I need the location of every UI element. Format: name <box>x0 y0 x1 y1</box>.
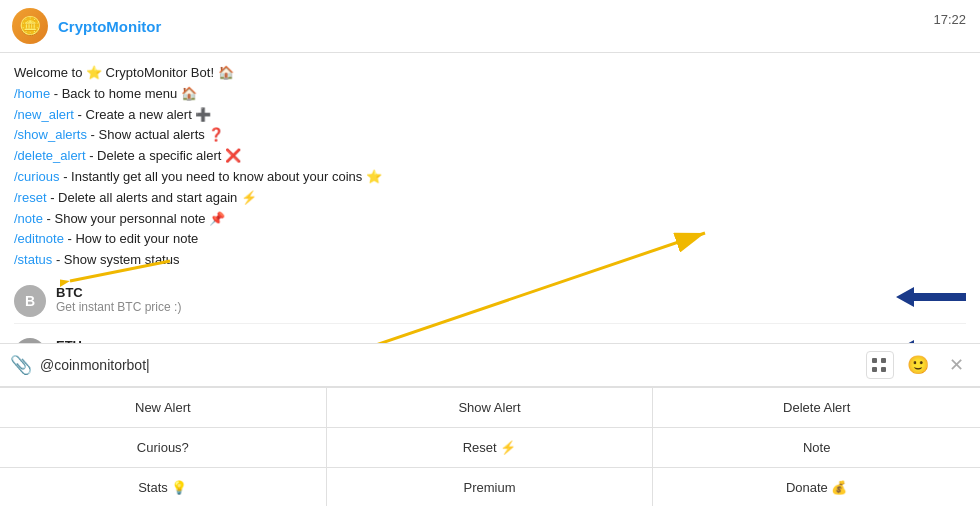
welcome-message: Welcome to ⭐ CryptoMonitor Bot! 🏠 /home … <box>14 63 966 271</box>
grid-dot-3 <box>872 367 877 372</box>
cmd-editnote-desc: - How to edit your note <box>64 231 198 246</box>
btc-desc: Get instant BTC price :) <box>56 300 888 314</box>
welcome-line1: Welcome to ⭐ CryptoMonitor Bot! 🏠 <box>14 65 234 80</box>
cmd-status-desc: - Show system status <box>52 252 179 267</box>
bot-name: CryptoMonitor <box>58 18 161 35</box>
cmd-new-alert-desc: - Create a new alert ➕ <box>74 107 211 122</box>
cmd-note-desc: - Show your personnal note 📌 <box>43 211 225 226</box>
message-input[interactable]: @coinmonitorbot| <box>40 357 866 373</box>
reset-button[interactable]: Reset ⚡ <box>327 428 654 468</box>
grid-dot-4 <box>881 367 886 372</box>
header-time: 17:22 <box>933 12 966 27</box>
cmd-delete-alert[interactable]: /delete_alert <box>14 148 86 163</box>
premium-button[interactable]: Premium <box>327 468 654 506</box>
donate-button[interactable]: Donate 💰 <box>653 468 980 506</box>
cmd-note[interactable]: /note <box>14 211 43 226</box>
cmd-status[interactable]: /status <box>14 252 52 267</box>
btc-arrow <box>896 285 966 309</box>
attach-icon[interactable]: 📎 <box>10 354 32 376</box>
btc-content: BTC Get instant BTC price :) <box>56 285 888 314</box>
btc-avatar: B <box>14 285 46 317</box>
button-grid: New Alert Show Alert Delete Alert Curiou… <box>0 387 980 506</box>
cmd-curious[interactable]: /curious <box>14 169 60 184</box>
cmd-home-desc: - Back to home menu 🏠 <box>50 86 197 101</box>
cmd-reset-desc: - Delete all alerts and start again ⚡ <box>47 190 257 205</box>
cmd-show-alerts[interactable]: /show_alerts <box>14 127 87 142</box>
cmd-home[interactable]: /home <box>14 86 50 101</box>
cmd-editnote[interactable]: /editnote <box>14 231 64 246</box>
grid-dot-2 <box>881 358 886 363</box>
show-alert-button[interactable]: Show Alert <box>327 388 654 428</box>
new-alert-button[interactable]: New Alert <box>0 388 327 428</box>
eth-avatar: E <box>14 338 46 343</box>
svg-marker-1 <box>896 340 966 343</box>
cmd-curious-desc: - Instantly get all you need to know abo… <box>60 169 382 184</box>
grid-dot-1 <box>872 358 877 363</box>
emoji-button[interactable]: 🙂 <box>904 351 932 379</box>
grid-button[interactable] <box>866 351 894 379</box>
input-area: 📎 @coinmonitorbot| 🙂 ✕ <box>0 343 980 387</box>
delete-alert-button[interactable]: Delete Alert <box>653 388 980 428</box>
note-button[interactable]: Note <box>653 428 980 468</box>
btc-name: BTC <box>56 285 888 300</box>
input-icons: 🙂 ✕ <box>866 351 970 379</box>
cmd-show-alerts-desc: - Show actual alerts ❓ <box>87 127 224 142</box>
eth-content: ETH Get instant ETH price :) <box>56 338 888 343</box>
chat-area: Welcome to ⭐ CryptoMonitor Bot! 🏠 /home … <box>0 53 980 343</box>
cmd-new-alert[interactable]: /new_alert <box>14 107 74 122</box>
close-button[interactable]: ✕ <box>942 351 970 379</box>
svg-marker-0 <box>896 287 966 307</box>
chat-header: 🪙 CryptoMonitor 17:22 <box>0 0 980 53</box>
curious-button[interactable]: Curious? <box>0 428 327 468</box>
cmd-reset[interactable]: /reset <box>14 190 47 205</box>
eth-arrow <box>896 338 966 343</box>
eth-name: ETH <box>56 338 888 343</box>
stats-button[interactable]: Stats 💡 <box>0 468 327 506</box>
cmd-delete-alert-desc: - Delete a specific alert ❌ <box>86 148 241 163</box>
eth-item[interactable]: E ETH Get instant ETH price :) <box>14 332 966 343</box>
btc-item[interactable]: B BTC Get instant BTC price :) <box>14 279 966 324</box>
bot-avatar: 🪙 <box>12 8 48 44</box>
